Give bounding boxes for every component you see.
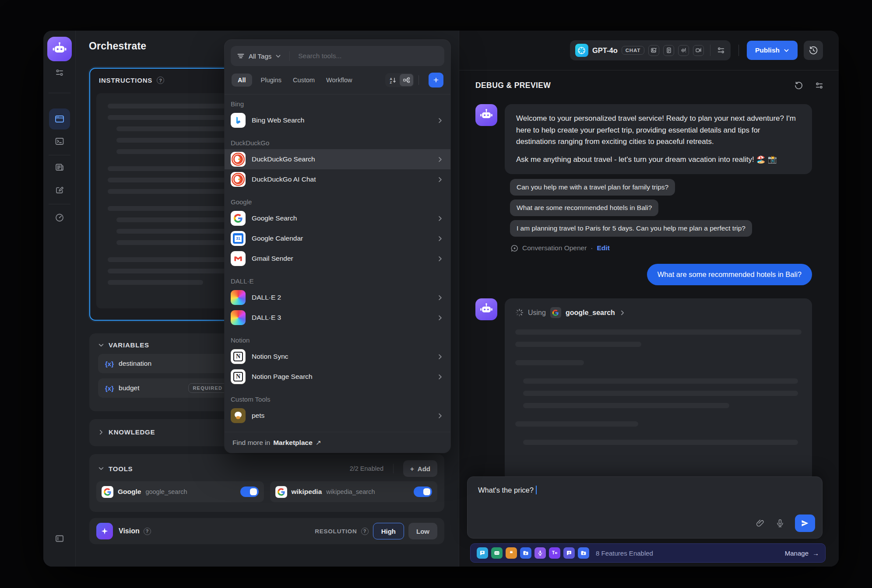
tool-call-status[interactable]: Using google_search [515,307,802,318]
model-settings-icon[interactable] [717,46,725,55]
tool-item-dalle-2[interactable]: DALL·E 2 [225,287,450,308]
tool-row-google[interactable]: Google google_search [96,481,264,502]
model-name: GPT-4o [592,46,618,55]
skeleton-line [523,403,729,408]
suggestion-chip[interactable]: I am planning travel to Paris for 5 days… [510,220,752,237]
search-tools-input[interactable]: Search tools... [298,52,341,60]
tool-item-google-calendar[interactable]: 31 Google Calendar [225,228,450,248]
chat-input[interactable]: What's the price? [468,477,822,503]
chevron-right-icon [437,156,443,163]
marketplace-link[interactable]: Marketplace [273,439,313,447]
file-upload-feature-icon[interactable] [520,547,531,559]
mic-icon[interactable] [775,518,785,528]
sort-az-icon[interactable]: A Z [386,74,400,86]
help-icon[interactable]: ? [361,528,369,535]
chevron-down-icon[interactable] [98,342,104,348]
app-window: Orchestrate INSTRUCTIONS ? [43,31,839,567]
wikipedia-toggle-on[interactable] [414,486,432,497]
rail-item-terminal[interactable] [55,136,64,146]
tab-custom[interactable]: Custom [293,77,315,84]
tab-all[interactable]: All [232,74,252,87]
knowledge-upload-feature-icon[interactable] [578,547,589,559]
skeleton-line [515,421,638,427]
quotes-feature-icon[interactable]: ❝ [506,547,517,559]
svg-text:T: T [552,550,555,555]
tool-item-notion-sync[interactable]: N Notion Sync [225,346,450,367]
robot-icon [51,41,68,57]
features-count: 8 Features Enabled [596,550,653,557]
model-selector-chip[interactable]: GPT-4o CHAT [570,40,731,60]
workflow-settings-icon[interactable] [55,68,64,77]
suggestion-chip[interactable]: What are some recommended hotels in Bali… [510,200,658,216]
group-header-google: Google [231,198,444,206]
quick-reply-feature-icon[interactable] [563,547,575,559]
skeleton-line [523,378,798,384]
features-bar[interactable]: ❝ T 8 Features Enabled Manage → [470,543,826,563]
help-icon[interactable]: ? [157,77,164,84]
marketplace-footer[interactable]: Find more in Marketplace ↗ [225,432,450,453]
preview-settings-icon[interactable] [815,81,824,90]
tool-picker-popup: All Tags Search tools... All Plugins Cus… [225,40,450,453]
tool-item-gmail-sender[interactable]: Gmail Sender [225,248,450,269]
required-badge: REQUIRED [188,383,227,393]
image-capability-icon[interactable] [648,45,659,56]
google-toggle-on[interactable] [240,486,259,497]
suggestion-chip[interactable]: Can you help me with a travel plan for f… [510,179,675,196]
tags-filter-dropdown[interactable]: All Tags [249,52,271,60]
chevron-right-icon [437,235,443,242]
rail-item-logs[interactable] [55,162,64,172]
tool-item-dalle-3[interactable]: DALL·E 3 [225,308,450,328]
video-capability-icon[interactable] [693,45,704,56]
chevron-right-icon[interactable] [98,429,104,435]
voice-input-feature-icon[interactable] [534,547,546,559]
collapse-sidebar-icon[interactable] [55,534,64,543]
audio-capability-icon[interactable] [678,45,689,56]
tool-item-duckduckgo-search[interactable]: DuckDuckGo Search [225,149,450,169]
chevron-right-icon [437,354,443,360]
chevron-right-icon [437,315,443,321]
skeleton-line [515,342,641,347]
chevron-down-icon[interactable] [98,466,104,472]
group-header-notion: Notion [231,336,444,344]
edit-opener-link[interactable]: Edit [597,244,610,252]
history-button[interactable] [804,41,823,60]
bot-avatar [475,104,497,126]
rail-item-builder-active[interactable] [49,108,70,130]
opener-feature-icon[interactable] [477,547,488,559]
rail-item-analytics[interactable] [55,213,64,222]
document-capability-icon[interactable] [663,45,674,56]
tool-item-duckduckgo-ai-chat[interactable]: DuckDuckGo AI Chat [225,169,450,189]
group-header-custom-tools: Custom Tools [231,396,444,403]
publish-button[interactable]: Publish [747,41,798,60]
text-to-speech-feature-icon[interactable]: T [549,547,560,559]
chevron-down-icon [784,48,789,53]
resolution-low-button[interactable]: Low [408,523,437,539]
add-tool-button[interactable]: + Add [403,460,437,477]
attach-icon[interactable] [756,518,765,528]
history-icon [809,46,818,55]
tool-item-notion-page-search[interactable]: N Notion Page Search [225,367,450,387]
app-logo[interactable] [47,37,72,61]
create-tool-button[interactable]: + [429,73,443,88]
terminal-icon [55,136,64,146]
tree-view-icon[interactable] [400,74,413,86]
tool-row-wikipedia[interactable]: wikipedia wikipedia_search [270,481,438,502]
manage-features-button[interactable]: Manage → [785,550,819,557]
tool-item-google-search[interactable]: Google Search [225,208,450,228]
variables-feature-icon[interactable] [491,547,503,559]
view-switcher: A Z [385,73,414,87]
arrow-right-icon: → [812,550,819,557]
tab-plugins[interactable]: Plugins [261,77,282,84]
tool-item-bing-web-search[interactable]: Bing Web Search [225,110,450,130]
filter-icon [237,52,245,60]
help-icon[interactable]: ? [144,528,151,535]
chat-input-card[interactable]: What's the price? [467,476,823,539]
reset-chat-icon[interactable] [794,81,803,90]
tool-item-pets[interactable]: pets [225,406,450,426]
icon-rail [43,31,76,567]
tab-workflow[interactable]: Workflow [326,77,352,84]
rail-item-drafts[interactable] [55,185,64,195]
resolution-high-button[interactable]: High [373,523,404,539]
send-button[interactable] [795,514,815,532]
google-icon [275,486,287,498]
